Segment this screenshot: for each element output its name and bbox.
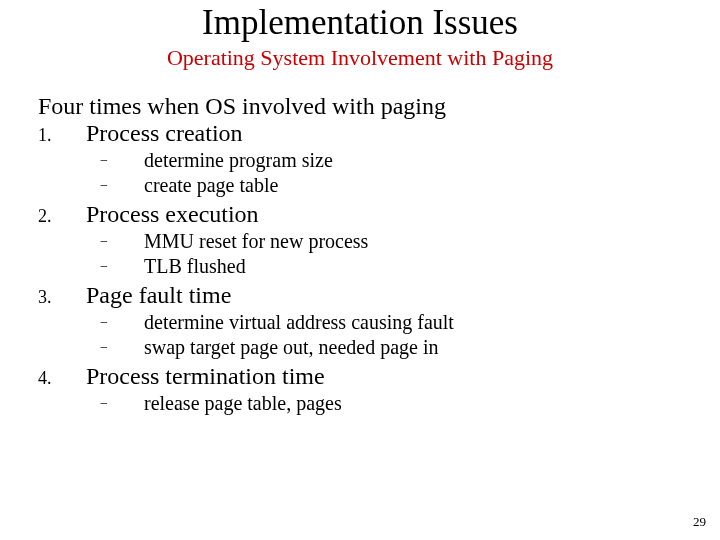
sub-text: create page table	[144, 174, 682, 197]
page-number: 29	[693, 514, 706, 530]
sub-item: − determine program size	[38, 149, 682, 172]
sub-text: determine program size	[144, 149, 682, 172]
list-item-3: 3. Page fault time	[38, 282, 682, 309]
slide: Implementation Issues Operating System I…	[0, 0, 720, 540]
list-number: 1.	[38, 120, 86, 147]
dash-icon: −	[38, 336, 144, 359]
sub-item: − release page table, pages	[38, 392, 682, 415]
list-number: 3.	[38, 282, 86, 309]
sub-item: − TLB flushed	[38, 255, 682, 278]
list-item-2: 2. Process execution	[38, 201, 682, 228]
list-number: 2.	[38, 201, 86, 228]
sub-text: swap target page out, needed page in	[144, 336, 682, 359]
dash-icon: −	[38, 174, 144, 197]
dash-icon: −	[38, 255, 144, 278]
dash-icon: −	[38, 392, 144, 415]
sub-text: MMU reset for new process	[144, 230, 682, 253]
lead-text: Four times when OS involved with paging	[38, 93, 682, 120]
list-item-4: 4. Process termination time	[38, 363, 682, 390]
list-item-1: 1. Process creation	[38, 120, 682, 147]
list-text: Process creation	[86, 120, 682, 147]
list-number: 4.	[38, 363, 86, 390]
sub-item: − determine virtual address causing faul…	[38, 311, 682, 334]
slide-title: Implementation Issues	[38, 4, 682, 43]
slide-subtitle: Operating System Involvement with Paging	[38, 45, 682, 71]
list-text: Process execution	[86, 201, 682, 228]
dash-icon: −	[38, 230, 144, 253]
sub-text: release page table, pages	[144, 392, 682, 415]
sub-text: determine virtual address causing fault	[144, 311, 682, 334]
list-text: Process termination time	[86, 363, 682, 390]
sub-item: − swap target page out, needed page in	[38, 336, 682, 359]
dash-icon: −	[38, 311, 144, 334]
sub-item: − MMU reset for new process	[38, 230, 682, 253]
sub-text: TLB flushed	[144, 255, 682, 278]
list-text: Page fault time	[86, 282, 682, 309]
sub-item: − create page table	[38, 174, 682, 197]
dash-icon: −	[38, 149, 144, 172]
